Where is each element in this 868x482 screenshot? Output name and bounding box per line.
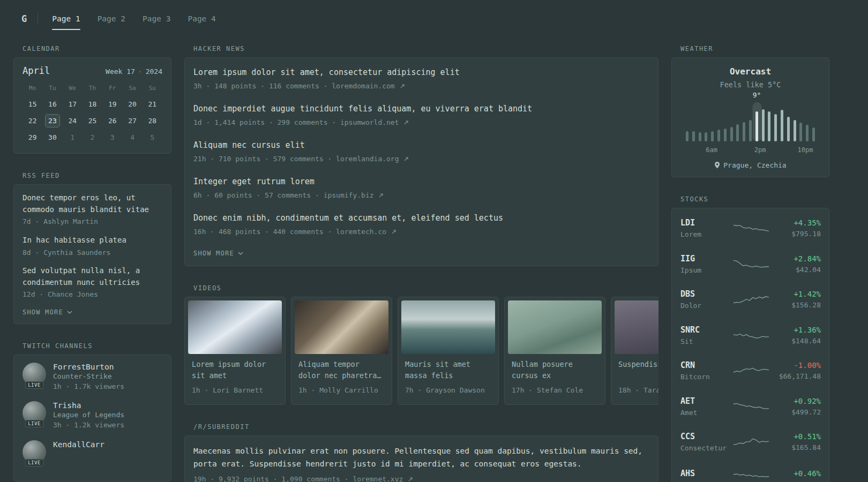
calendar-day-cell: 16 (42, 96, 62, 112)
video-card[interactable]: Lorem ipsum dolor sit amet consectetu… 1… (184, 297, 286, 405)
rss-item-title[interactable]: Sed volutpat nulla nisl, a condimentum n… (23, 265, 162, 288)
video-card[interactable]: Nullam posuere cursus ex 17h · Stefan Co… (504, 297, 605, 405)
stock-row[interactable]: AET Amet +0.92% $499.72 (680, 389, 820, 425)
calendar-day-cell: 23 (42, 112, 62, 129)
stock-sparkline (733, 293, 769, 307)
video-thumbnail[interactable] (188, 300, 282, 354)
stock-sparkline (733, 222, 769, 236)
video-card[interactable]: Mauris sit amet massa felis 7h · Grayson… (398, 297, 499, 405)
rss-item-title[interactable]: Donec tempor eros leo, ut commodo mauris… (23, 192, 162, 215)
app-logo[interactable]: G (21, 13, 27, 24)
twitch-channel-row[interactable]: LIVE ForrestBurton Counter-Strike 1h · 1… (23, 363, 162, 392)
nav-tab[interactable]: Page 2 (98, 14, 125, 23)
show-more-label: SHOW MORE (23, 308, 63, 316)
calendar-day-cell: 4 (122, 129, 142, 146)
stock-row[interactable]: IIG Ipsum +2.84% $42.04 (680, 247, 820, 283)
nav-tab[interactable]: Page 3 (143, 14, 170, 23)
stock-left: DBS Dolor (680, 289, 733, 311)
hn-item-domain-link[interactable]: ipsumworld.net (340, 118, 399, 126)
stock-right: +0.51% $165.84 (769, 432, 821, 453)
video-thumbnail[interactable] (615, 300, 659, 354)
external-link-icon (392, 230, 396, 234)
stock-left: SNRC Sit (680, 325, 733, 347)
subreddit-post-meta: 19h · 9,932 points · 1,090 comments · lo… (193, 474, 649, 482)
hn-item-title[interactable]: Lorem ipsum dolor sit amet, consectetur … (193, 66, 649, 79)
hn-item-title[interactable]: Integer eget rutrum lorem (193, 176, 649, 188)
twitch-channel-row[interactable]: LIVE Trisha League of Legends 3h · 1.2k … (23, 401, 162, 431)
channel-info: KendallCarr (53, 440, 104, 450)
hn-item-meta: 6h · 60 points · 57 comments · ipsumify.… (193, 190, 649, 201)
stock-row[interactable]: SNRC Sit +1.36% $148.64 (680, 318, 820, 354)
hn-item: Donec imperdiet augue tincidunt felis al… (193, 103, 649, 127)
rss-item-meta: 7d · Ashlyn Martin (23, 216, 162, 227)
rss-item-meta: 8d · Cynthia Saunders (23, 247, 162, 258)
weather-hour-bar (699, 132, 701, 141)
stock-row[interactable]: CRN Bitcorn -1.00% $66,171.48 (680, 353, 820, 389)
subreddit-post-title[interactable]: Maecenas mollis pulvinar erat non posuer… (193, 445, 649, 471)
hn-item-stats: 6h · 60 points · 57 comments · (193, 191, 324, 199)
calendar-day: 29 (25, 131, 40, 144)
calendar-days-grid: 15 16 17 18 (23, 96, 162, 146)
twitch-channel-row[interactable]: LIVE KendallCarr (23, 440, 162, 464)
calendar-day: 19 (105, 97, 120, 111)
weather-hour-label: 6am (706, 146, 717, 154)
stock-row[interactable]: CCS Consectetur +0.51% $165.84 (680, 425, 820, 461)
video-thumbnail[interactable] (508, 300, 602, 354)
stock-name: Sit (680, 336, 733, 347)
rss-item: Donec tempor eros leo, ut commodo mauris… (23, 192, 162, 227)
hn-item-domain-link[interactable]: loremdomain.com (332, 82, 394, 90)
video-card[interactable]: Aliquam tempor dolor nec pharetra… 1h · … (291, 297, 392, 405)
video-title[interactable]: Suspendisse diam (618, 359, 659, 381)
nav-tab[interactable]: Page 4 (188, 14, 215, 23)
video-title[interactable]: Nullam posuere cursus ex (512, 359, 598, 381)
left-column: Calendar April Week 17·2024 MoTuWeThFrSa… (13, 45, 171, 482)
calendar-day: 22 (25, 114, 40, 127)
hn-item-domain-link[interactable]: ipsumify.biz (324, 191, 374, 199)
hn-list: Lorem ipsum dolor sit amet, consectetur … (193, 66, 649, 237)
stock-symbol: CCS (680, 432, 733, 441)
rss-item-title[interactable]: In hac habitasse platea (23, 235, 162, 246)
hacker-news-widget: Hacker News Lorem ipsum dolor sit amet, … (184, 45, 659, 266)
stock-change: +0.46% (769, 469, 821, 478)
subreddit-domain-link[interactable]: loremnet.xyz (353, 475, 403, 482)
subreddit-widget-title: /r/subreddit (184, 423, 659, 431)
stock-row[interactable]: DBS Dolor +1.42% $156.28 (680, 282, 820, 318)
stock-right: -1.00% $66,171.48 (769, 361, 821, 382)
stock-right: +0.46% (769, 469, 821, 479)
video-thumbnail[interactable] (295, 300, 388, 354)
hn-item-domain-link[interactable]: loremtech.co (336, 228, 386, 236)
stock-name: Bitcorn (680, 372, 733, 382)
rss-item-meta: 12d · Chance Jones (23, 289, 162, 300)
hn-item-domain-link[interactable]: loremlandia.org (336, 155, 399, 163)
stock-row[interactable]: AHS +0.46% (680, 461, 820, 482)
hn-item-title[interactable]: Donec enim nibh, condimentum et accumsan… (193, 212, 649, 224)
hn-item-title[interactable]: Donec imperdiet augue tincidunt felis al… (193, 103, 649, 115)
calendar-day-cell: 18 (83, 96, 102, 112)
hn-item-stats: 1d · 1,414 points · 299 comments · (193, 118, 340, 126)
hn-item-title[interactable]: Aliquam nec cursus elit (193, 139, 649, 152)
video-title[interactable]: Lorem ipsum dolor sit amet consectetu… (192, 359, 278, 381)
nav-tab[interactable]: Page 1 (52, 14, 80, 23)
rss-show-more-button[interactable]: SHOW MORE (23, 307, 72, 316)
subreddit-card: Maecenas mollis pulvinar erat non posuer… (184, 435, 659, 482)
hn-show-more-button[interactable]: SHOW MORE (193, 248, 243, 257)
chevron-down-icon (238, 252, 243, 255)
stock-row[interactable]: LDI Lorem +4.35% $795.18 (680, 211, 820, 247)
weather-hour-bar (711, 131, 714, 141)
channel-name[interactable]: Trisha (53, 401, 124, 410)
calendar-day-cell: 17 (63, 96, 83, 112)
video-title[interactable]: Mauris sit amet massa felis (405, 359, 491, 381)
video-thumbnail[interactable] (401, 300, 495, 354)
video-card[interactable]: Suspendisse diam 18h · Tara (611, 297, 659, 405)
stock-symbol: IIG (680, 254, 733, 263)
twitch-widget: Twitch Channels LIVE ForrestBurton Count… (13, 342, 171, 481)
hn-item-meta: 21h · 710 points · 579 comments · loreml… (193, 154, 649, 164)
calendar-day: 1 (65, 131, 80, 144)
weather-hour-bar (705, 132, 707, 141)
calendar-month: April (23, 65, 50, 76)
channel-name[interactable]: KendallCarr (53, 440, 104, 449)
channel-name[interactable]: ForrestBurton (53, 363, 124, 371)
video-title[interactable]: Aliquam tempor dolor nec pharetra… (298, 359, 385, 381)
stock-sparkline (733, 468, 769, 481)
weather-hours: 6am2pm10pm (686, 146, 815, 155)
